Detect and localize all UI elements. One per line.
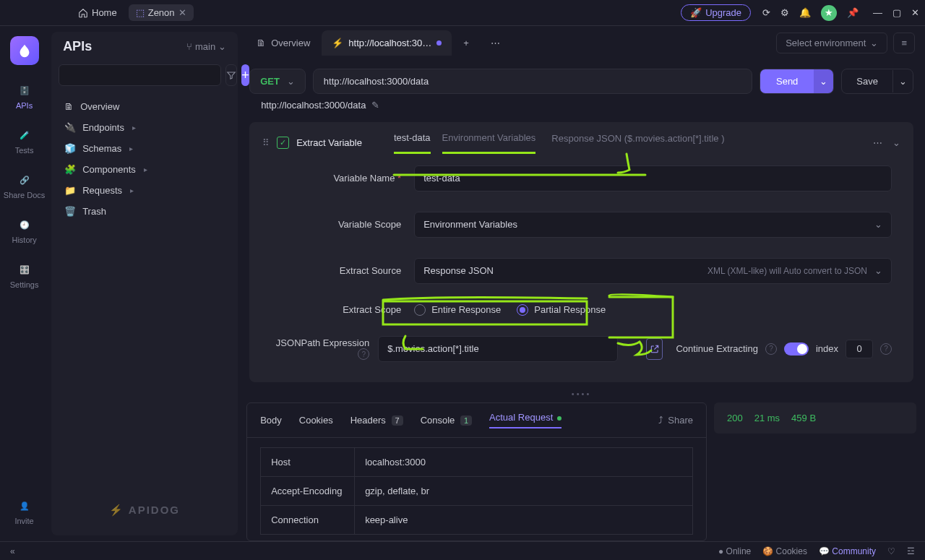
tab-more[interactable]: ⋯	[481, 30, 510, 56]
res-tab-headers-label: Headers	[350, 415, 386, 426]
chevron-down-icon[interactable]: ⌄	[892, 137, 900, 148]
sidebar-item-endpoints[interactable]: 🔌 Endpoints ▸	[56, 117, 233, 138]
project-tab-label: Zenon	[148, 7, 175, 18]
filter-button[interactable]	[225, 64, 237, 86]
external-link-icon	[650, 344, 660, 354]
sidebar-item-overview[interactable]: 🗎 Overview	[56, 96, 233, 117]
radio-partial[interactable]: Partial Response	[517, 304, 606, 316]
collapse-icon[interactable]: «	[10, 546, 15, 556]
funnel-icon	[226, 70, 236, 80]
environment-selector[interactable]: Select environment ⌄	[776, 33, 887, 53]
sidebar-item-label: Trash	[82, 206, 106, 217]
request-name: http://localhost:3000/data	[261, 100, 366, 111]
notifications-icon[interactable]: ☲	[907, 546, 915, 556]
statusbar: « ● Online 🍪 Cookies 💬 Community ♡ ☲	[0, 541, 925, 560]
pin-icon[interactable]: 📌	[847, 7, 859, 18]
variable-scope-select[interactable]: Environment Variables ⌄	[414, 212, 892, 238]
header-key: Accept-Encoding	[261, 477, 355, 505]
bell-icon[interactable]: 🔔	[799, 7, 811, 18]
radio-entire[interactable]: Entire Response	[414, 304, 501, 316]
avatar[interactable]: ★	[821, 5, 837, 21]
home-tab[interactable]: Home	[71, 4, 124, 21]
maximize-icon[interactable]: ▢	[892, 7, 901, 18]
brand-text: ⚡ APIDOG	[109, 504, 180, 517]
chevron-down-icon: ⌄	[874, 265, 882, 276]
rail-history-label: History	[12, 236, 36, 244]
share-icon: ⤴	[658, 415, 663, 426]
share-button[interactable]: ⤴ Share	[658, 415, 693, 426]
res-tab-cookies[interactable]: Cookies	[299, 415, 333, 426]
chevron-right-icon: ▸	[144, 165, 147, 173]
rail-settings[interactable]: 🎛️ Settings	[10, 262, 39, 289]
send-dropdown[interactable]: ⌄	[814, 69, 833, 93]
close-icon[interactable]: ✕	[178, 7, 186, 18]
sidebar-item-components[interactable]: 🧩 Components ▸	[56, 159, 233, 180]
variable-name-value: test-data	[423, 173, 460, 184]
extract-title: Extract Variable	[296, 137, 362, 148]
community-link[interactable]: 💬 Community	[819, 546, 876, 556]
method-label: GET	[260, 76, 280, 87]
method-selector[interactable]: GET ⌄	[249, 69, 306, 94]
open-external-button[interactable]	[646, 338, 663, 360]
close-window-icon[interactable]: ✕	[911, 7, 919, 18]
res-tab-actual[interactable]: Actual Request	[489, 412, 562, 428]
index-input[interactable]: 0	[846, 340, 873, 358]
jsonpath-input[interactable]: $.movies.action[*].title	[378, 336, 618, 362]
extract-source-select[interactable]: Response JSON XML (XML-like) will Auto c…	[414, 258, 892, 284]
sidebar-item-label: Overview	[80, 101, 119, 112]
upgrade-label: Upgrade	[705, 7, 741, 18]
tab-request[interactable]: ⚡ http://localhost:30…	[322, 30, 452, 56]
sidebar-item-trash[interactable]: 🗑️ Trash	[56, 201, 233, 222]
upgrade-button[interactable]: 🚀 Upgrade	[681, 4, 751, 21]
heart-icon[interactable]: ♡	[887, 546, 895, 556]
cookies-status[interactable]: 🍪 Cookies	[762, 546, 807, 556]
gear-icon[interactable]: ⚙	[780, 7, 789, 18]
search-input[interactable]	[59, 64, 221, 86]
rail-invite[interactable]: 👤 Invite	[14, 498, 33, 525]
help-icon[interactable]: ?	[358, 348, 369, 360]
variable-name-label: Variable Name	[333, 173, 395, 184]
rail-apis[interactable]: 🗄️ APIs	[16, 82, 33, 110]
res-tab-body[interactable]: Body	[260, 415, 282, 426]
res-tab-headers[interactable]: Headers 7	[350, 415, 403, 426]
send-button[interactable]: Send ⌄	[760, 69, 834, 94]
radio-partial-label: Partial Response	[534, 304, 606, 315]
help-icon[interactable]: ?	[880, 343, 892, 355]
help-icon[interactable]: ?	[765, 343, 777, 355]
brand-footer: ⚡ APIDOG	[51, 492, 238, 528]
sidebar-item-schemas[interactable]: 🧊 Schemas ▸	[56, 138, 233, 159]
checkbox-checked-icon[interactable]: ✓	[277, 137, 289, 149]
rail-tests[interactable]: 🧪 Tests	[15, 127, 34, 155]
refresh-icon[interactable]: ⟳	[762, 7, 770, 18]
radio-off-icon	[414, 304, 426, 316]
url-input[interactable]: http://localhost:3000/data	[313, 69, 752, 94]
pane-resize-handle[interactable]: ••••	[241, 389, 922, 398]
res-tab-console-label: Console	[421, 415, 455, 426]
drag-handle-icon[interactable]: ⠿	[262, 137, 270, 148]
edit-icon[interactable]: ✎	[371, 100, 379, 111]
extract-sub1: test-data	[394, 132, 431, 154]
continue-toggle[interactable]	[784, 343, 809, 356]
branch-icon: ⑂	[186, 41, 192, 52]
res-tab-console[interactable]: Console 1	[421, 415, 472, 426]
sidebar-item-requests[interactable]: 📁 Requests ▸	[56, 180, 233, 201]
more-icon[interactable]: ⋯	[873, 137, 882, 148]
console-count-badge: 1	[460, 415, 472, 426]
save-dropdown[interactable]: ⌄	[892, 70, 913, 92]
response-panel: Body Cookies Headers 7 Console 1 Actual …	[246, 402, 707, 541]
rail-apis-label: APIs	[16, 101, 33, 110]
minimize-icon[interactable]: —	[873, 7, 882, 18]
variable-name-input[interactable]: test-data	[414, 165, 892, 191]
online-status[interactable]: ● Online	[718, 546, 751, 556]
app-logo[interactable]	[10, 36, 39, 65]
tab-add[interactable]: +	[453, 30, 479, 56]
save-button[interactable]: Save ⌄	[841, 69, 913, 94]
res-tab-actual-label: Actual Request	[489, 412, 553, 423]
puzzle-icon: 🧩	[64, 164, 76, 175]
tab-overview[interactable]: 🗎 Overview	[246, 30, 320, 56]
project-tab[interactable]: ⬚ Zenon ✕	[129, 4, 194, 21]
panel-menu-button[interactable]: ≡	[893, 33, 915, 53]
branch-selector[interactable]: ⑂ main ⌄	[186, 41, 226, 52]
rail-sharedocs[interactable]: 🔗 Share Docs	[4, 172, 45, 199]
rail-history[interactable]: 🕘 History	[12, 217, 36, 244]
